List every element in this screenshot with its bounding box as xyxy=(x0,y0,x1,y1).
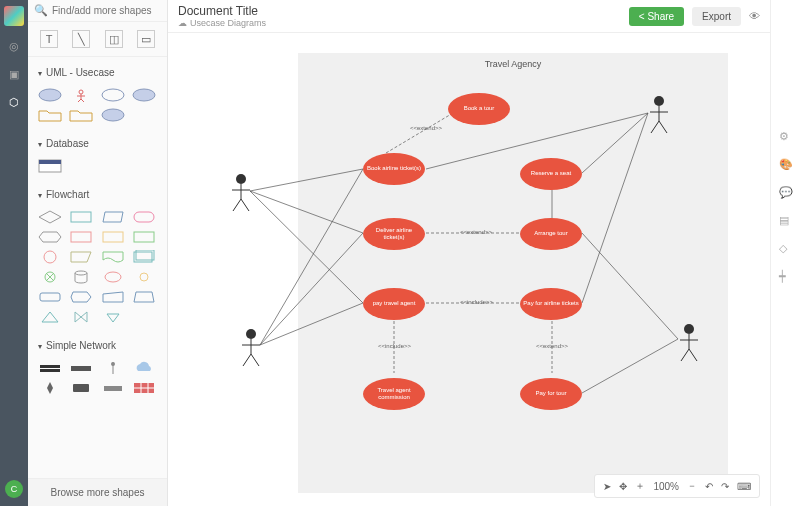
label-include-2: <<include>> xyxy=(378,343,411,349)
node-book-tour[interactable]: Book a tour xyxy=(448,93,510,125)
shape-ellipse3[interactable] xyxy=(101,270,125,284)
shape-rect[interactable] xyxy=(69,210,93,224)
zoom-out-icon[interactable]: － xyxy=(687,479,697,493)
export-button[interactable]: Export xyxy=(692,7,741,26)
preview-icon[interactable]: 👁 xyxy=(749,10,760,22)
shape-trap[interactable] xyxy=(69,250,93,264)
redo-icon[interactable]: ↷ xyxy=(721,481,729,492)
pointer-tool-icon[interactable]: ➤ xyxy=(603,481,611,492)
shape-rect4[interactable] xyxy=(132,230,156,244)
line-tool[interactable]: ╲ xyxy=(72,30,90,48)
node-arrange[interactable]: Arrange tour xyxy=(520,218,582,250)
user-avatar[interactable]: C xyxy=(5,480,23,498)
canvas[interactable]: Travel Agency xyxy=(168,33,770,506)
node-pay-airline[interactable]: Pay for airline tickets xyxy=(520,288,582,320)
app-logo[interactable] xyxy=(4,6,24,26)
node-reserve-seat[interactable]: Reserve a seat xyxy=(520,158,582,190)
svg-rect-12 xyxy=(71,212,91,222)
shape-ellipse-fill[interactable] xyxy=(132,88,156,102)
node-book-airline[interactable]: Book airline ticket(s) xyxy=(363,153,425,185)
actor-tour-operator[interactable] xyxy=(678,323,700,363)
shape-rocket[interactable] xyxy=(38,381,62,395)
actor-customer-1[interactable] xyxy=(230,173,252,213)
shape-ellipse2[interactable] xyxy=(101,108,125,122)
section-database[interactable]: Database xyxy=(28,132,167,155)
node-pay-agent[interactable]: pay travel agent xyxy=(363,288,425,320)
shape-hex[interactable] xyxy=(38,230,62,244)
shape-diamond[interactable] xyxy=(38,210,62,224)
browse-more-shapes[interactable]: Browse more shapes xyxy=(28,478,167,506)
section-flowchart[interactable]: Flowchart xyxy=(28,183,167,206)
svg-rect-10 xyxy=(39,160,61,164)
shape-arrow-down[interactable] xyxy=(101,310,125,324)
rect-tool[interactable]: ▭ xyxy=(137,30,155,48)
svg-marker-30 xyxy=(103,292,123,302)
page-tool[interactable]: ◫ xyxy=(105,30,123,48)
shape-table[interactable] xyxy=(38,159,62,173)
shape-rounded[interactable] xyxy=(132,210,156,224)
shape-server[interactable] xyxy=(69,381,93,395)
node-commission[interactable]: Travel agent commission xyxy=(363,378,425,410)
shape-stack[interactable] xyxy=(132,250,156,264)
share-button[interactable]: < Share xyxy=(629,7,684,26)
node-pay-tour[interactable]: Pay for tour xyxy=(520,378,582,410)
keyboard-icon[interactable]: ⌨ xyxy=(737,481,751,492)
shape-bowtie[interactable] xyxy=(69,310,93,324)
shape-rect3[interactable] xyxy=(101,230,125,244)
shape-connector[interactable] xyxy=(38,270,62,284)
shape-circle[interactable] xyxy=(38,250,62,264)
shape-parallelogram[interactable] xyxy=(101,210,125,224)
notes-icon[interactable]: ▤ xyxy=(779,214,793,228)
shape-trap2[interactable] xyxy=(132,290,156,304)
shape-cylinder[interactable] xyxy=(69,270,93,284)
section-network[interactable]: Simple Network xyxy=(28,334,167,357)
text-tool[interactable]: T xyxy=(40,30,58,48)
shape-search[interactable]: 🔍 xyxy=(28,0,167,22)
node-deliver[interactable]: Deliver airline ticket(s) xyxy=(363,218,425,250)
shapes-icon[interactable]: ⬡ xyxy=(6,94,22,110)
shape-rack[interactable] xyxy=(38,361,62,375)
search-input[interactable] xyxy=(52,5,161,16)
shape-display[interactable] xyxy=(69,290,93,304)
theme-icon[interactable]: 🎨 xyxy=(779,158,793,172)
shape-switch[interactable] xyxy=(69,361,93,375)
shape-cloud[interactable] xyxy=(132,361,156,375)
shape-router[interactable] xyxy=(101,381,125,395)
library-icon[interactable]: ◎ xyxy=(6,38,22,54)
shape-ellipse-outline[interactable] xyxy=(101,88,125,102)
shape-rect2[interactable] xyxy=(69,230,93,244)
undo-icon[interactable]: ↶ xyxy=(705,481,713,492)
shape-actor[interactable] xyxy=(69,88,93,102)
section-uml[interactable]: UML - Usecase xyxy=(28,61,167,84)
shape-tri[interactable] xyxy=(38,310,62,324)
shape-manual[interactable] xyxy=(101,290,125,304)
shape-usecase[interactable] xyxy=(38,88,62,102)
right-rail: ⚙ 🎨 💬 ▤ ◇ ┿ xyxy=(770,0,800,506)
label-extend-1: <<extend>> xyxy=(410,125,442,131)
zoom-level[interactable]: 100% xyxy=(653,481,679,492)
shape-folder[interactable] xyxy=(38,108,62,122)
shape-folder2[interactable] xyxy=(69,108,93,122)
share-icon: < xyxy=(639,11,645,22)
shape-antenna[interactable] xyxy=(101,361,125,375)
document-title[interactable]: Document Title xyxy=(178,4,621,18)
svg-rect-29 xyxy=(40,293,60,301)
settings-icon[interactable]: ⚙ xyxy=(779,130,793,144)
actor-customer-2[interactable] xyxy=(240,328,262,368)
image-icon[interactable]: ▣ xyxy=(6,66,22,82)
actor-airline[interactable] xyxy=(648,95,670,135)
shape-firewall[interactable] xyxy=(132,381,156,395)
shape-doc[interactable] xyxy=(101,250,125,264)
shape-smallcircle[interactable] xyxy=(132,270,156,284)
zoom-in-icon[interactable]: ＋ xyxy=(635,479,645,493)
svg-line-59 xyxy=(651,121,659,133)
shape-rect5[interactable] xyxy=(38,290,62,304)
svg-rect-37 xyxy=(71,366,91,371)
pan-tool-icon[interactable]: ✥ xyxy=(619,481,627,492)
align-icon[interactable]: ┿ xyxy=(779,270,793,284)
document-folder[interactable]: ☁ Usecase Diagrams xyxy=(178,18,621,28)
svg-rect-18 xyxy=(134,232,154,242)
history-icon[interactable]: ◇ xyxy=(779,242,793,256)
svg-rect-40 xyxy=(73,384,89,392)
comments-icon[interactable]: 💬 xyxy=(779,186,793,200)
